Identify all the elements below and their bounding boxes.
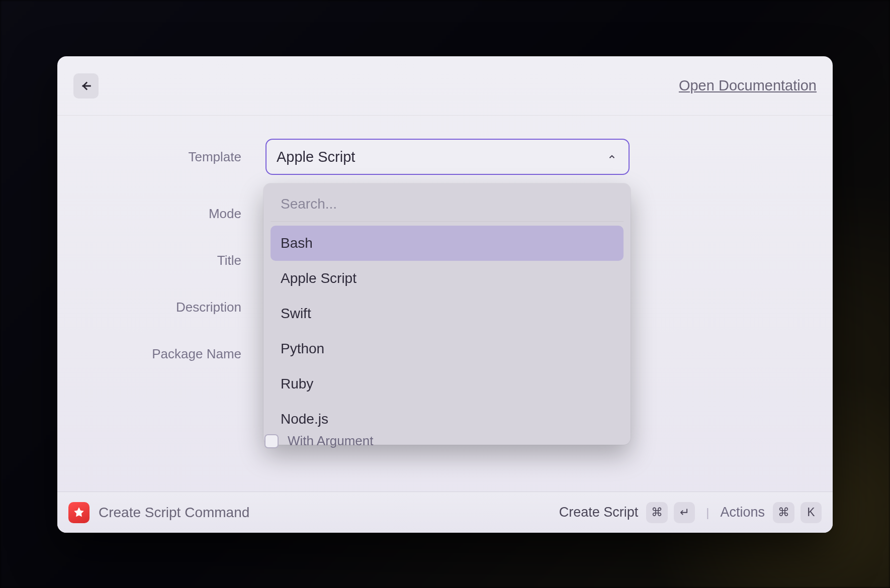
template-select-value: Apple Script — [277, 149, 355, 165]
back-button[interactable] — [73, 73, 99, 99]
label-description: Description — [57, 300, 265, 315]
template-select[interactable]: Apple Script — [265, 139, 630, 175]
footer: Create Script Command Create Script ⌘ ↵ … — [57, 492, 833, 533]
separator: | — [706, 506, 709, 520]
dropdown-option-nodejs[interactable]: Node.js — [271, 402, 624, 437]
key-k: K — [800, 502, 822, 523]
dropdown-option-bash[interactable]: Bash — [271, 226, 624, 261]
create-script-window: Open Documentation Template Apple Script… — [57, 56, 833, 533]
key-cmd-2: ⌘ — [773, 502, 794, 523]
label-template: Template — [57, 149, 265, 165]
with-argument-checkbox[interactable] — [264, 434, 279, 448]
row-template: Template Apple Script — [57, 139, 833, 175]
dropdown-option-swift[interactable]: Swift — [271, 296, 624, 331]
dropdown-option-python[interactable]: Python — [271, 331, 624, 366]
label-package-name: Package Name — [57, 346, 265, 362]
arrow-left-icon — [79, 79, 93, 92]
key-enter: ↵ — [674, 502, 695, 523]
key-cmd: ⌘ — [646, 502, 668, 523]
dropdown-search-input[interactable]: Search... — [271, 190, 624, 222]
header: Open Documentation — [57, 56, 833, 116]
with-argument-row: With Argument — [264, 433, 374, 449]
label-mode: Mode — [57, 206, 265, 222]
with-argument-label: With Argument — [288, 433, 374, 449]
raycast-icon — [72, 506, 85, 519]
dropdown-option-ruby[interactable]: Ruby — [271, 366, 624, 402]
form-area: Template Apple Script Mode Title Descrip… — [57, 116, 833, 492]
footer-title: Create Script Command — [99, 505, 550, 521]
template-dropdown: Search... Bash Apple Script Swift Python… — [263, 183, 631, 445]
label-title: Title — [57, 253, 265, 268]
app-icon — [68, 502, 90, 523]
chevron-up-icon — [607, 152, 616, 161]
create-script-button[interactable]: Create Script — [559, 505, 639, 520]
footer-actions: Create Script ⌘ ↵ | Actions ⌘ K — [559, 502, 822, 523]
open-documentation-link[interactable]: Open Documentation — [679, 77, 817, 94]
actions-button[interactable]: Actions — [720, 505, 765, 520]
dropdown-option-apple-script[interactable]: Apple Script — [271, 261, 624, 296]
